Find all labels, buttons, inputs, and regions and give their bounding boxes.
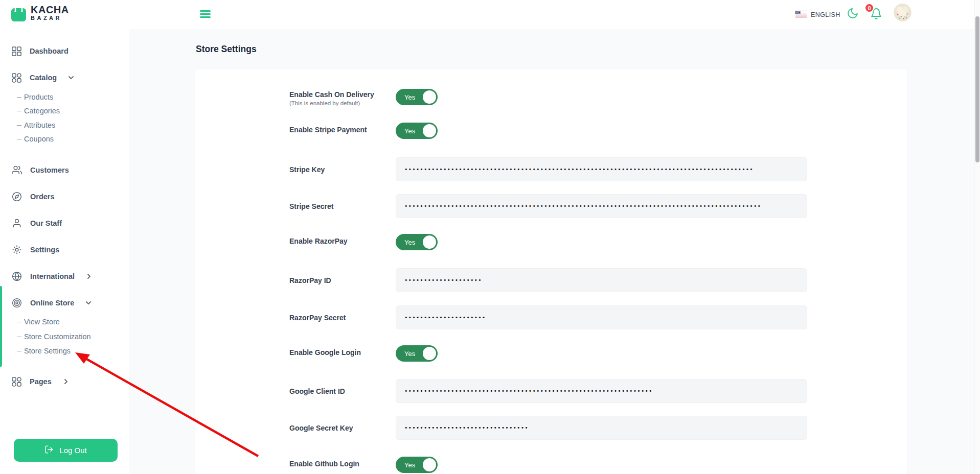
catalog-category-icon (12, 73, 21, 83)
sidebar-item-categories[interactable]: Categories (0, 105, 129, 117)
setting-row-google-secret-key: Google Secret Key (289, 416, 807, 440)
page-scrollbar (974, 0, 980, 474)
sidebar-item-view-store[interactable]: View Store (0, 316, 129, 328)
orders-compass-icon (12, 192, 22, 202)
setting-row-stripe-key: Stripe Key (289, 157, 807, 181)
sidebar-item-our-staff[interactable]: Our Staff (0, 217, 129, 229)
setting-row-razorpay: Enable RazorPay Yes (289, 234, 807, 250)
setting-note: (This is enabled by default) (289, 100, 396, 106)
pages-category-icon (12, 377, 21, 387)
razorpay-secret-input[interactable] (396, 305, 807, 329)
scrollbar-thumb[interactable] (975, 16, 979, 162)
toggle-knob (423, 124, 436, 137)
chevron-right-icon (63, 378, 69, 385)
chevron-right-icon (86, 273, 92, 279)
setting-row-razorpay-secret: RazorPay Secret (289, 305, 807, 329)
toggle-knob (423, 90, 436, 104)
setting-label: Stripe Secret (289, 202, 333, 210)
dashboard-grid-icon (12, 46, 21, 56)
sidebar-item-store-settings[interactable]: Store Settings (0, 345, 129, 357)
razorpay-id-input[interactable] (396, 268, 807, 292)
setting-row-stripe-payment: Enable Stripe Payment Yes (289, 123, 807, 139)
google-client-id-input[interactable] (396, 379, 807, 403)
chevron-down-icon (68, 75, 74, 81)
sidebar-item-products[interactable]: Products (0, 91, 129, 103)
sidebar-item-pages[interactable]: Pages (0, 375, 129, 388)
setting-row-google-client-id: Google Client ID (289, 379, 807, 403)
sidebar-item-international[interactable]: International (0, 270, 129, 282)
bell-icon (870, 13, 882, 21)
setting-label: Stripe Key (289, 165, 325, 174)
us-flag-icon (795, 10, 807, 19)
customers-icon (12, 165, 22, 175)
sidebar-item-online-store[interactable]: Online Store (0, 297, 129, 309)
enable-stripe-payment-toggle[interactable]: Yes (396, 123, 438, 139)
setting-row-stripe-secret: Stripe Secret (289, 194, 807, 218)
brand-logo[interactable]: KACHA BAZAR (11, 5, 69, 23)
sidebar-item-catalog[interactable]: Catalog (0, 72, 129, 84)
setting-label: Enable Cash On Delivery (289, 90, 396, 99)
logout-icon (44, 445, 54, 456)
setting-row-razorpay-id: RazorPay ID (289, 268, 807, 292)
setting-label: RazorPay Secret (289, 314, 346, 322)
sidebar-item-customers[interactable]: Customers (0, 164, 129, 176)
toggle-knob (423, 458, 436, 471)
sidebar-item-coupons[interactable]: Coupons (0, 133, 129, 145)
sidebar-item-dashboard[interactable]: Dashboard (0, 45, 129, 57)
setting-row-cash-on-delivery: Enable Cash On Delivery (This is enabled… (289, 89, 807, 106)
sidebar-item-orders[interactable]: Orders (0, 191, 129, 203)
enable-cash-on-delivery-toggle[interactable]: Yes (396, 89, 438, 105)
enable-razorpay-toggle[interactable]: Yes (396, 234, 438, 250)
setting-label: Google Secret Key (289, 424, 353, 432)
setting-label: Enable RazorPay (289, 237, 396, 245)
sidebar-item-settings[interactable]: Settings (0, 244, 129, 256)
user-avatar[interactable] (894, 4, 911, 21)
top-bar: ENGLISH 0 (0, 0, 974, 29)
sidebar-item-store-customization[interactable]: Store Customization (0, 330, 129, 343)
settings-gear-icon (12, 245, 22, 255)
language-label: ENGLISH (811, 11, 840, 18)
brand-subtitle: BAZAR (31, 15, 69, 21)
shopping-bag-icon (11, 5, 26, 23)
setting-label: Enable Github Login (289, 460, 396, 468)
store-settings-card: Enable Cash On Delivery (This is enabled… (195, 69, 907, 474)
setting-label: Google Client ID (289, 387, 345, 395)
stripe-key-input[interactable] (396, 157, 807, 181)
enable-github-login-toggle[interactable]: Yes (396, 457, 438, 473)
setting-row-github-login: Enable Github Login Yes (289, 457, 807, 473)
dark-mode-button[interactable] (847, 7, 860, 21)
sidebar-item-attributes[interactable]: Attributes (0, 119, 129, 131)
notification-count-badge: 0 (864, 3, 874, 13)
setting-label: Enable Google Login (289, 348, 396, 357)
brand-title: KACHA (31, 5, 69, 15)
page-title: Store Settings (196, 44, 257, 55)
toggle-knob (423, 235, 436, 249)
online-store-disc-icon (12, 298, 22, 308)
setting-row-google-login: Enable Google Login Yes (289, 345, 807, 362)
menu-toggle-button[interactable] (200, 10, 211, 18)
toggle-knob (423, 347, 436, 360)
chevron-down-icon (85, 300, 92, 306)
enable-google-login-toggle[interactable]: Yes (396, 345, 438, 362)
google-secret-key-input[interactable] (396, 416, 807, 440)
moon-icon (847, 12, 859, 21)
globe-icon (12, 271, 22, 281)
language-selector[interactable]: ENGLISH (795, 0, 840, 29)
log-out-button[interactable]: Log Out (14, 439, 118, 462)
staff-user-icon (12, 218, 22, 228)
sidebar: KACHA BAZAR Dashboard Catalog Products C… (0, 0, 129, 474)
stripe-secret-input[interactable] (396, 194, 807, 218)
setting-label: RazorPay ID (289, 276, 331, 285)
setting-label: Enable Stripe Payment (289, 126, 396, 134)
